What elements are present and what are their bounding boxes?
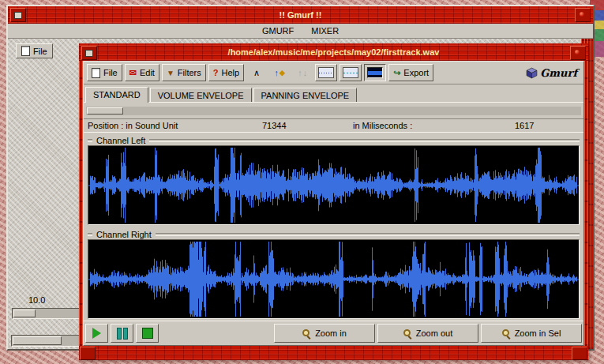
wave-editor-window: /home/alex/music/me/projects/may02/first… <box>79 43 588 360</box>
wave-scrollbar[interactable] <box>86 107 581 115</box>
close-icon <box>580 12 584 17</box>
wave-view-solid-button[interactable] <box>364 64 386 81</box>
arrow-up-icon: ↑ <box>274 68 279 77</box>
channel-right-group: Channel Right <box>88 229 580 319</box>
export-button-label: Export <box>403 68 429 77</box>
window-menu-icon <box>14 12 22 19</box>
wave-scrollbar-handle[interactable] <box>87 107 123 114</box>
bottom-right-corner-cap[interactable] <box>572 347 587 360</box>
channel-left-label: Channel Left <box>96 136 145 145</box>
tab-panning-envelope[interactable]: PANNING ENVELOPE <box>253 88 358 102</box>
editor-window-close-button[interactable] <box>570 46 586 60</box>
scale-slider[interactable] <box>12 308 83 319</box>
zoom-out-label: Zoom out <box>416 328 452 338</box>
channel-left-header: Channel Left <box>88 135 580 145</box>
pause-button[interactable] <box>111 324 133 343</box>
diamond-icon: ◆ <box>279 69 285 77</box>
file-icon <box>92 68 100 78</box>
play-icon <box>92 328 101 339</box>
main-window-close-button[interactable] <box>575 8 591 22</box>
help-button-label: Help <box>222 68 240 77</box>
scale-slider-handle[interactable] <box>13 310 36 317</box>
export-button[interactable]: ↪ Export <box>388 64 433 81</box>
menu-gmurf[interactable]: GMURF <box>262 26 294 36</box>
main-file-menu[interactable]: File <box>16 43 53 58</box>
navigate-markers-button[interactable]: ↑ ◆ <box>269 65 290 81</box>
channel-right-header: Channel Right <box>88 229 580 239</box>
zoom-in-sel-button[interactable]: Zoom in Sel <box>481 324 582 343</box>
channel-left-waveform[interactable] <box>88 145 580 225</box>
export-icon: ↪ <box>393 68 400 78</box>
window-menu-icon <box>85 50 93 57</box>
desktop: !! Gmurf !! GMURF MIXER File 10.0 /hom <box>0 0 604 364</box>
file-button[interactable]: File <box>87 64 122 81</box>
gmurf-cube-icon <box>526 67 538 79</box>
main-titlebar[interactable]: !! Gmurf !! <box>8 6 593 24</box>
edit-button-label: Edit <box>140 68 155 77</box>
wave-view-dotted-button[interactable] <box>315 64 337 81</box>
editor-titlebar[interactable]: /home/alex/music/me/projects/may02/first… <box>79 43 588 61</box>
waveform-right-canvas[interactable] <box>88 240 579 318</box>
play-button[interactable] <box>85 324 108 343</box>
dashed-wave-icon <box>343 67 358 78</box>
tab-volume-envelope[interactable]: VOLUME ENVELOPE <box>150 88 252 102</box>
editor-window-title: /home/alex/music/me/projects/may02/first… <box>228 47 440 57</box>
stop-icon <box>142 328 153 339</box>
position-readout: Position : in Sound Unit 71344 in Milise… <box>84 118 583 133</box>
waveform-left-canvas[interactable] <box>88 146 579 224</box>
filters-button[interactable]: ▼ Filters <box>162 64 206 81</box>
solid-wave-icon <box>367 67 383 78</box>
caret-up-icon: ∧ <box>253 68 260 78</box>
zoom-in-sel-label: Zoom in Sel <box>515 328 561 338</box>
close-icon <box>575 50 580 54</box>
editor-toolbar: File ✉ Edit ▼ Filters ? Help <box>84 62 583 84</box>
caret-up-button[interactable]: ∧ <box>246 65 267 81</box>
zoom-in-label: Zoom in <box>315 328 347 338</box>
menu-mixer[interactable]: MIXER <box>311 26 339 36</box>
editor-bottom-border <box>79 346 588 360</box>
filters-funnel-icon: ▼ <box>167 69 174 77</box>
position-sound-unit-value: 71344 <box>262 121 353 130</box>
zoom-out-icon <box>403 329 412 338</box>
main-window-title: !! Gmurf !! <box>279 10 322 20</box>
editor-window-menu-icon[interactable] <box>81 46 97 60</box>
gmurf-logo: Gmurf <box>526 67 580 79</box>
editor-right-border <box>584 61 588 346</box>
main-file-menu-label: File <box>33 47 47 56</box>
filters-button-label: Filters <box>178 68 201 77</box>
channel-left-group: Channel Left <box>88 135 580 225</box>
editor-tabs: STANDARD VOLUME ENVELOPE PANNING ENVELOP… <box>84 84 583 103</box>
zoom-in-icon <box>302 329 311 338</box>
file-icon <box>21 46 30 56</box>
main-menubar: GMURF MIXER <box>8 24 593 39</box>
arrow-up-disabled-icon: ↑ <box>298 68 302 77</box>
position-ms-value: 1617 <box>515 121 580 130</box>
arrow-down-disabled-icon: ↓ <box>303 68 308 77</box>
help-icon: ? <box>213 68 219 77</box>
stop-button[interactable] <box>136 324 159 343</box>
channel-right-waveform[interactable] <box>88 239 580 319</box>
zoom-in-sel-icon <box>502 329 511 338</box>
channel-right-label: Channel Right <box>96 230 152 239</box>
main-hscroll-handle[interactable] <box>13 336 62 345</box>
bottom-toolbar: Zoom in Zoom out Zoom in Sel <box>84 321 583 345</box>
file-button-label: File <box>103 68 118 77</box>
zoom-out-button[interactable]: Zoom out <box>377 324 478 343</box>
tab-standard[interactable]: STANDARD <box>85 87 148 103</box>
zoom-in-button[interactable]: Zoom in <box>274 324 375 343</box>
navigate-markers-disabled-button[interactable]: ↑ ↓ <box>292 65 313 81</box>
bottom-left-corner-cap[interactable] <box>80 347 96 360</box>
help-button[interactable]: ? Help <box>208 64 244 81</box>
wave-view-dashed-button[interactable] <box>340 64 362 81</box>
scale-value: 10.0 <box>28 295 45 305</box>
gmurf-logo-text: Gmurf <box>540 67 577 79</box>
dotted-wave-icon <box>318 67 334 78</box>
edit-button[interactable]: ✉ Edit <box>125 64 159 81</box>
edit-icon: ✉ <box>129 68 137 78</box>
pause-icon <box>117 328 128 340</box>
main-window-menu-icon[interactable] <box>10 8 26 22</box>
position-sound-unit-label: Position : in Sound Unit <box>88 121 262 130</box>
position-ms-label: in Miliseconds : <box>353 121 515 130</box>
